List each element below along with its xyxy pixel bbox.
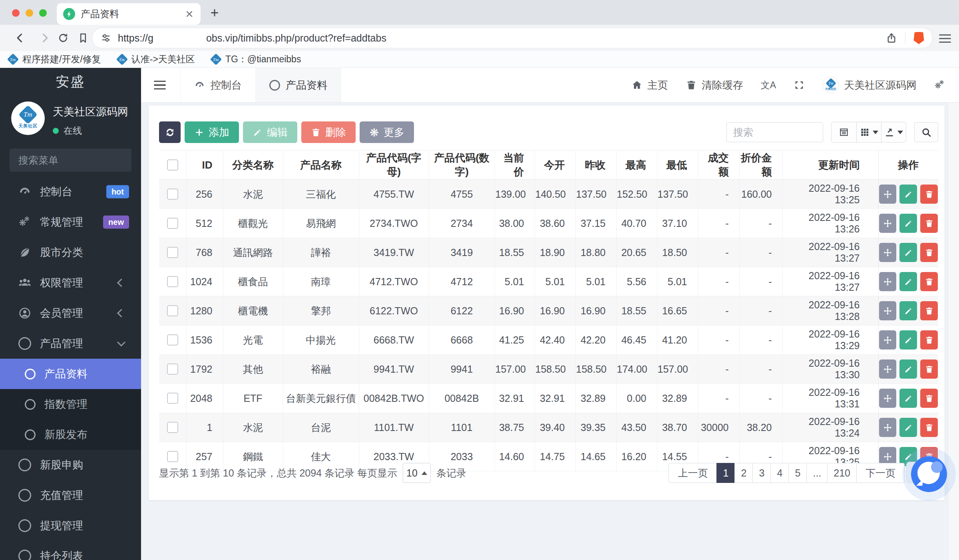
row-move-button[interactable] <box>879 272 897 291</box>
select-all-checkbox[interactable] <box>167 159 178 171</box>
sidebar-item[interactable]: 持仓列表 <box>0 541 141 560</box>
more-button[interactable]: 更多 <box>360 121 414 143</box>
avatar[interactable]: Tm 天美社区 <box>11 101 45 135</box>
bookmark-item[interactable]: TmTG：@tianmeibbs <box>212 53 301 66</box>
pager-page[interactable]: 210 <box>827 463 857 483</box>
row-delete-button[interactable] <box>920 301 938 320</box>
address-bar[interactable]: https://g obs.vip/timibbs.php/product?re… <box>92 28 933 48</box>
sidebar-item[interactable]: 常规管理new <box>0 207 141 237</box>
row-checkbox[interactable] <box>167 189 178 200</box>
row-delete-button[interactable] <box>920 214 938 233</box>
clear-cache-button[interactable]: 清除缓存 <box>686 78 743 92</box>
row-move-button[interactable] <box>879 301 897 320</box>
row-move-button[interactable] <box>879 214 897 233</box>
columns-button[interactable] <box>856 122 881 142</box>
sidebar-subitem[interactable]: 指数管理 <box>0 389 141 419</box>
pager-page[interactable]: 3 <box>752 463 771 483</box>
row-edit-button[interactable] <box>899 359 917 379</box>
sidebar-item[interactable]: 充值管理 <box>0 480 141 510</box>
browser-tab[interactable]: 产品资料 <box>57 3 201 25</box>
row-edit-button[interactable] <box>899 185 917 204</box>
row-checkbox[interactable] <box>167 218 178 229</box>
browser-menu-icon[interactable] <box>939 32 951 45</box>
sidebar-item[interactable]: 权限管理 <box>0 268 141 298</box>
site-settings-icon[interactable] <box>100 32 111 44</box>
window-minimize-button[interactable] <box>26 9 33 17</box>
sidebar-item[interactable]: 会员管理 <box>0 298 141 328</box>
pager-ellipsis[interactable]: ... <box>806 463 828 483</box>
row-checkbox[interactable] <box>167 422 178 433</box>
row-delete-button[interactable] <box>920 418 938 437</box>
sidebar-subitem[interactable]: 新股发布 <box>0 419 141 450</box>
back-icon[interactable] <box>14 32 26 44</box>
tab-close-icon[interactable] <box>185 9 194 19</box>
row-checkbox[interactable] <box>167 451 178 462</box>
table-search-input[interactable] <box>726 122 823 142</box>
pager-prev[interactable]: 上一页 <box>669 463 717 483</box>
row-delete-button[interactable] <box>920 330 938 350</box>
row-checkbox[interactable] <box>167 393 178 404</box>
row-move-button[interactable] <box>879 185 897 204</box>
row-checkbox[interactable] <box>167 276 178 287</box>
row-checkbox[interactable] <box>167 363 178 375</box>
fullscreen-button[interactable] <box>794 79 805 91</box>
row-edit-button[interactable] <box>899 330 917 350</box>
export-button[interactable] <box>881 122 906 142</box>
home-button[interactable]: 主页 <box>631 78 668 92</box>
sidebar-toggle-icon[interactable] <box>154 78 166 92</box>
row-delete-button[interactable] <box>920 389 938 408</box>
row-edit-button[interactable] <box>899 301 917 320</box>
refresh-button[interactable] <box>159 121 181 143</box>
pager-page[interactable]: 1 <box>716 463 735 483</box>
row-move-button[interactable] <box>879 330 897 350</box>
pager-page[interactable]: 2 <box>734 463 753 483</box>
settings-button[interactable] <box>934 79 945 91</box>
row-move-button[interactable] <box>879 389 897 408</box>
add-button[interactable]: 添加 <box>185 121 239 143</box>
profile-menu[interactable]: Tm 天美社区 天美社区源码网 <box>822 77 917 93</box>
brave-shield-icon[interactable] <box>913 32 924 44</box>
page-size-select[interactable]: 10 <box>403 463 431 483</box>
bookmark-icon[interactable] <box>78 32 89 44</box>
search-button[interactable] <box>914 122 938 142</box>
row-move-button[interactable] <box>879 359 897 379</box>
chat-widget-button[interactable] <box>911 456 947 492</box>
toggle-view-button[interactable] <box>832 122 856 142</box>
row-checkbox[interactable] <box>167 247 178 258</box>
delete-button[interactable]: 删除 <box>301 121 356 143</box>
bookmark-item[interactable]: Tm程序搭建/开发/修复 <box>9 53 101 66</box>
row-edit-button[interactable] <box>899 243 917 262</box>
sidebar-item[interactable]: 股市分类 <box>0 237 141 268</box>
row-edit-button[interactable] <box>899 214 917 233</box>
sidebar-item[interactable]: 控制台hot <box>0 177 141 207</box>
row-delete-button[interactable] <box>920 359 938 379</box>
menu-search-input[interactable] <box>18 154 141 167</box>
row-move-button[interactable] <box>879 418 897 437</box>
navbar-tab[interactable]: 产品资料 <box>256 68 341 102</box>
navbar-tab[interactable]: 控制台 <box>180 68 256 102</box>
reload-icon[interactable] <box>58 32 69 44</box>
sidebar-item[interactable]: 新股申购 <box>0 450 141 480</box>
new-tab-button[interactable] <box>209 8 220 18</box>
sidebar-subitem[interactable]: 产品资料 <box>0 359 141 389</box>
share-icon[interactable] <box>886 32 897 44</box>
row-edit-button[interactable] <box>899 272 917 291</box>
pager-next[interactable]: 下一页 <box>856 463 905 483</box>
row-delete-button[interactable] <box>920 243 938 262</box>
row-delete-button[interactable] <box>920 185 938 204</box>
pager-page[interactable]: 5 <box>788 463 807 483</box>
sidebar-item[interactable]: 产品管理 <box>0 328 141 359</box>
pager-page[interactable]: 4 <box>770 463 789 483</box>
forward-icon[interactable] <box>39 32 50 44</box>
translate-button[interactable]: 文A <box>761 79 776 91</box>
row-checkbox[interactable] <box>167 305 178 316</box>
window-zoom-button[interactable] <box>39 9 47 17</box>
window-close-button[interactable] <box>12 9 20 17</box>
row-edit-button[interactable] <box>899 389 917 408</box>
edit-button[interactable]: 编辑 <box>243 121 297 143</box>
row-move-button[interactable] <box>879 243 897 262</box>
row-edit-button[interactable] <box>899 418 917 437</box>
row-checkbox[interactable] <box>167 334 178 346</box>
sidebar-item[interactable]: 提现管理 <box>0 510 141 541</box>
bookmark-item[interactable]: Tm认准->天美社区 <box>118 53 195 66</box>
